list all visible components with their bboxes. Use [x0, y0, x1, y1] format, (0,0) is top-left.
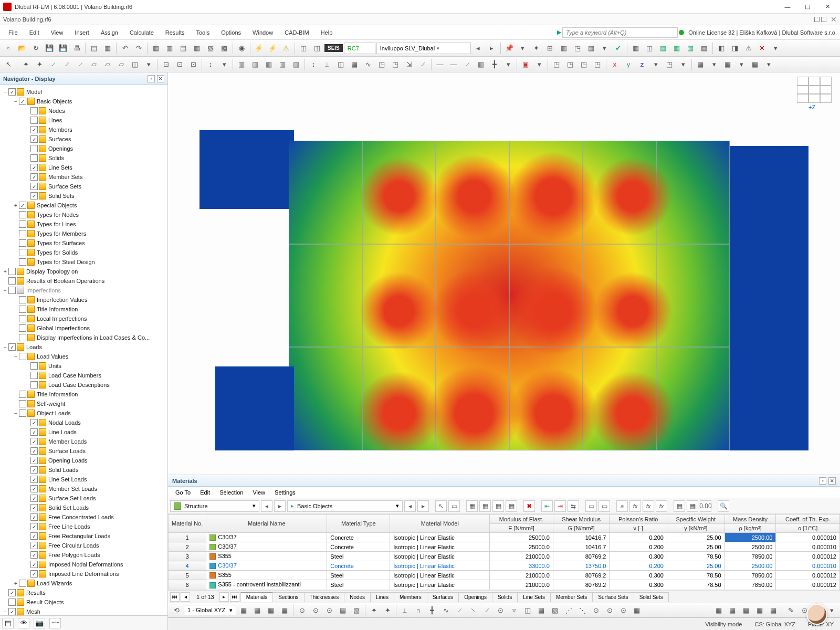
tree-checkbox[interactable]	[19, 391, 26, 398]
tree-checkbox[interactable]	[8, 88, 16, 96]
tree-checkbox[interactable]	[30, 485, 38, 492]
table-cell[interactable]: 7850.00	[724, 552, 776, 561]
tree-checkbox[interactable]	[30, 126, 38, 133]
page-button[interactable]: ▤	[88, 42, 100, 55]
table-cell[interactable]: 13750.0	[553, 561, 610, 571]
tree-checkbox[interactable]	[30, 107, 38, 114]
table-cell[interactable]: 78.50	[667, 552, 724, 561]
tab-member-sets[interactable]: Member Sets	[550, 592, 593, 602]
table-cell[interactable]: 7850.00	[724, 571, 776, 580]
bp-find[interactable]: 🔍	[718, 500, 729, 512]
table-cell[interactable]: Isotropic | Linear Elastic	[390, 561, 490, 571]
t2-36[interactable]: ▾	[502, 58, 514, 71]
tab-lines[interactable]: Lines	[370, 592, 394, 602]
end-button[interactable]: ▾	[770, 42, 782, 55]
tree-item[interactable]: Solids	[1, 153, 166, 163]
tree-item[interactable]: Load Case Descriptions	[1, 380, 166, 390]
bp-fn2[interactable]: fx	[629, 500, 641, 512]
t2-2[interactable]: ✦	[19, 58, 32, 71]
tree-checkbox[interactable]	[30, 117, 38, 124]
table-cell[interactable]: Isotropic | Linear Elastic	[390, 571, 490, 580]
t2-10[interactable]: ◫	[129, 58, 141, 71]
xyz-button[interactable]: ✦	[530, 42, 543, 55]
table-cell[interactable]: 0.200	[610, 561, 667, 571]
tab-nodes[interactable]: Nodes	[344, 592, 371, 602]
navigator-tree[interactable]: −Model−Basic ObjectsNodesLinesMembersSur…	[0, 85, 167, 615]
bt-snap2[interactable]: ▦	[726, 604, 739, 616]
table-cell[interactable]: S355	[206, 552, 327, 561]
tree-checkbox[interactable]	[30, 154, 38, 162]
tree-checkbox[interactable]	[19, 239, 26, 247]
t2-9[interactable]: ▱	[115, 58, 128, 71]
t2-53[interactable]: ▦	[749, 58, 761, 71]
floor-button[interactable]: ▥	[558, 42, 570, 55]
tree-checkbox[interactable]	[30, 532, 38, 540]
bp-menu-selection[interactable]: Selection	[215, 488, 247, 497]
table-cell[interactable]: 0.000012	[776, 571, 840, 580]
tree-item[interactable]: Nodes	[1, 106, 166, 116]
table-cell[interactable]: 78.50	[667, 580, 724, 590]
bt-20[interactable]: ⊙	[494, 604, 507, 616]
table-cell[interactable]: 1	[169, 533, 206, 542]
t2-21[interactable]: ▥	[290, 58, 302, 71]
tree-checkbox[interactable]	[30, 145, 38, 152]
table-cell[interactable]: Isotropic | Linear Elastic	[390, 580, 490, 590]
bt-24[interactable]: ▧	[549, 604, 561, 616]
tree-expand-icon[interactable]: +	[13, 203, 19, 208]
tree-item[interactable]: Types for Steel Design	[1, 257, 166, 267]
grid-button[interactable]: ⊞	[544, 42, 556, 55]
menu-insert[interactable]: Insert	[69, 27, 94, 38]
render-button[interactable]: ▩	[218, 42, 230, 55]
bt-7[interactable]: ⊙	[309, 604, 322, 616]
tree-item[interactable]: Types for Members	[1, 229, 166, 238]
bt-end1[interactable]: ✎	[784, 604, 797, 616]
t2-34[interactable]: ▥	[475, 58, 487, 71]
t2-29[interactable]: ⇲	[403, 58, 415, 71]
bt-5[interactable]: ▦	[278, 604, 291, 616]
t2-27[interactable]: ◳	[375, 58, 388, 71]
bt-snap3[interactable]: ▦	[740, 604, 752, 616]
t2-40[interactable]: ◳	[564, 58, 576, 71]
table-row[interactable]: 3S355SteelIsotropic | Linear Elastic2100…	[169, 552, 840, 561]
nav-pin-button[interactable]: ▫	[148, 75, 155, 82]
bt-3[interactable]: ▦	[251, 604, 264, 616]
tree-item[interactable]: Surface Loads	[1, 446, 166, 456]
nav-close-button[interactable]: ✕	[157, 75, 164, 82]
tree-item[interactable]: −Model	[1, 87, 166, 97]
bp-cell1[interactable]: ▦	[466, 500, 478, 512]
bt-15[interactable]: ╋	[426, 604, 438, 616]
bt-29[interactable]: ⊙	[617, 604, 629, 616]
table-row[interactable]: 5S355SteelIsotropic | Linear Elastic2100…	[169, 571, 840, 580]
tree-checkbox[interactable]	[19, 220, 26, 228]
table-cell[interactable]: Steel	[327, 552, 390, 561]
table-cell[interactable]: 0.000010	[776, 542, 840, 552]
report-button[interactable]: ▦	[101, 42, 114, 55]
t2-32[interactable]: —	[447, 58, 460, 71]
bt-25[interactable]: ⋰	[562, 604, 575, 616]
tree-item[interactable]: Nodal Loads	[1, 418, 166, 427]
tree-item[interactable]: Types for Lines	[1, 219, 166, 229]
bt-19[interactable]: ⟋	[480, 604, 493, 616]
doc-maximize[interactable]	[821, 17, 826, 22]
bp-excel[interactable]: ▦	[674, 500, 685, 512]
menu-window[interactable]: Window	[247, 27, 278, 38]
tree-checkbox[interactable]	[8, 608, 16, 615]
t2-12[interactable]: ⊡	[160, 58, 172, 71]
table-cell[interactable]: 0.300	[610, 552, 667, 561]
saveall-button[interactable]: 💾	[57, 42, 69, 55]
materials-table[interactable]: Material No. Material Name Material Type…	[168, 514, 840, 590]
tree-item[interactable]: +Display Topology on	[1, 267, 166, 276]
t2-15[interactable]: ↕	[204, 58, 217, 71]
menu-calculate[interactable]: Calculate	[124, 27, 159, 38]
t2-37[interactable]: ▣	[519, 58, 532, 71]
table-row[interactable]: 4C30/37ConcreteIsotropic | Linear Elasti…	[169, 561, 840, 571]
search-input[interactable]	[562, 27, 678, 38]
tree-item[interactable]: Solid Loads	[1, 465, 166, 475]
tree-item[interactable]: +Special Objects	[1, 201, 166, 210]
bt-14[interactable]: ∩	[412, 604, 425, 616]
table-cell[interactable]: 2500.00	[724, 533, 776, 542]
t2-4[interactable]: ⟋	[47, 58, 59, 71]
bt-snap5[interactable]: ▦	[767, 604, 780, 616]
tree-checkbox[interactable]	[19, 211, 26, 218]
tree-item[interactable]: Results	[1, 588, 166, 597]
